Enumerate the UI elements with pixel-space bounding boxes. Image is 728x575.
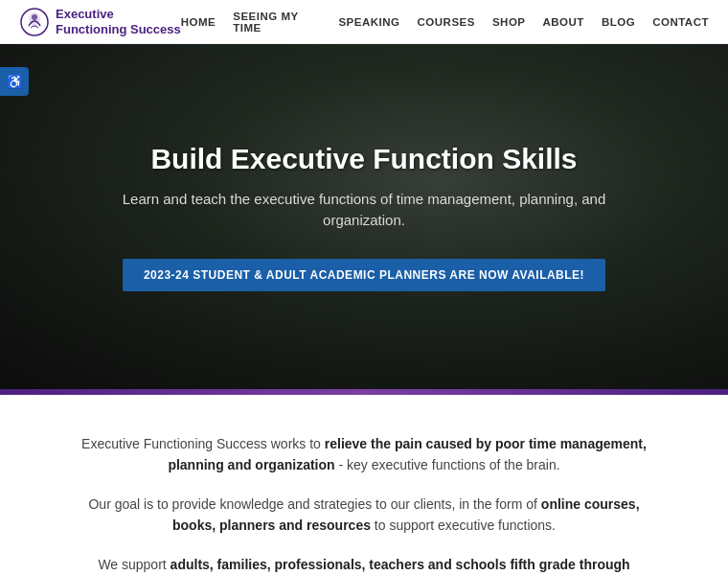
accessibility-button[interactable]: ♿ (0, 67, 29, 96)
nav-speaking[interactable]: SPEAKING (338, 16, 399, 28)
hero-title: Build Executive Function Skills (115, 143, 613, 175)
nav-courses[interactable]: COURSES (418, 16, 475, 28)
nav-blog[interactable]: BLOG (602, 16, 635, 28)
logo[interactable]: Executive Functioning Success (19, 7, 181, 37)
para3-bold: adults, families, professionals, teacher… (171, 557, 630, 575)
para3-pre: We support (98, 557, 170, 572)
svg-point-2 (32, 14, 37, 20)
content-paragraph-3: We support adults, families, professiona… (77, 554, 651, 575)
para2-pre: Our goal is to provide knowledge and str… (88, 496, 540, 512)
content-paragraph-1: Executive Functioning Success works to r… (77, 433, 651, 476)
logo-text: Executive Functioning Success (56, 7, 181, 36)
logo-icon (19, 7, 50, 37)
nav-home[interactable]: HOME (181, 16, 216, 28)
hero-cta-button[interactable]: 2023-24 STUDENT & ADULT ACADEMIC PLANNER… (123, 259, 605, 291)
hero-subtitle: Learn and teach the executive functions … (115, 189, 613, 232)
nav-contact[interactable]: CONTACT (652, 16, 709, 28)
header: Executive Functioning Success HOME SEEIN… (0, 0, 728, 44)
nav-seeing-my-time[interactable]: SEEING MY TIME (233, 11, 321, 34)
nav-shop[interactable]: SHOP (492, 16, 526, 28)
para1-post: - key executive functions of the brain. (335, 457, 560, 472)
hero-section: Build Executive Function Skills Learn an… (0, 44, 728, 389)
para1-pre: Executive Functioning Success works to (81, 436, 325, 451)
content-paragraph-2: Our goal is to provide knowledge and str… (77, 494, 651, 537)
hero-content: Build Executive Function Skills Learn an… (96, 124, 632, 310)
main-nav: HOME SEEING MY TIME SPEAKING COURSES SHO… (181, 11, 709, 34)
content-section: Executive Functioning Success works to r… (0, 395, 728, 575)
para2-post: to support executive functions. (371, 518, 556, 533)
nav-about[interactable]: ABOUT (543, 16, 584, 28)
